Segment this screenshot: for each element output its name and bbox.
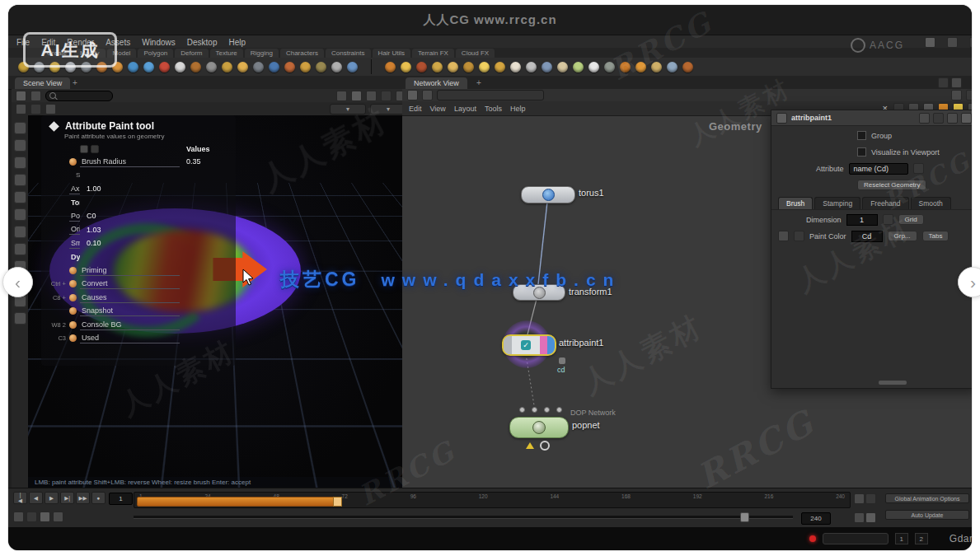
tab-network-view[interactable]: Network View <box>406 77 467 89</box>
handles-tool-icon[interactable] <box>14 208 26 221</box>
node-transform1[interactable] <box>513 284 565 301</box>
visualize-checkbox[interactable] <box>857 147 866 157</box>
hud-parameter-row[interactable]: C8 + Causes <box>48 291 229 305</box>
timeline-options-icon[interactable] <box>865 493 876 504</box>
transport-button[interactable]: ▶▶ <box>76 492 90 504</box>
shelf-tool-icon[interactable] <box>159 62 170 72</box>
shelf-tool-icon[interactable] <box>495 62 505 72</box>
chevron-down-icon[interactable] <box>913 163 924 174</box>
nav-back-icon[interactable] <box>407 90 418 100</box>
hud-parameter-row[interactable]: Priming <box>48 264 229 278</box>
slider-handle[interactable] <box>740 512 749 522</box>
secure-selection-icon[interactable] <box>30 104 41 114</box>
attribute-select[interactable]: name (Cd) <box>849 163 908 175</box>
group-checkbox[interactable] <box>857 131 866 140</box>
shelf-tool-icon[interactable] <box>416 62 427 72</box>
scale-tool-icon[interactable] <box>14 174 26 186</box>
parameter-tab[interactable]: Brush <box>778 197 813 209</box>
display-flag[interactable] <box>540 336 547 354</box>
shelf-tool-icon[interactable] <box>401 62 411 72</box>
shelf-tool-icon[interactable] <box>557 62 568 72</box>
display-options-icon[interactable] <box>381 91 392 101</box>
range-lock-icon[interactable] <box>854 512 865 523</box>
timeline-zoom-icon[interactable] <box>854 493 865 504</box>
node-label-transform1[interactable]: transform1 <box>569 287 612 297</box>
shelf-tool-icon[interactable] <box>573 62 584 72</box>
status-field-1[interactable]: 1 <box>895 533 908 544</box>
misc-tool-icon[interactable] <box>14 312 26 325</box>
current-frame-field[interactable]: 1 <box>109 493 133 505</box>
hud-parameter-row[interactable]: Snapshot <box>48 305 229 319</box>
transport-button[interactable]: ● <box>91 492 106 504</box>
ladder-icon[interactable] <box>778 231 789 241</box>
network-menu-item[interactable]: Tools <box>485 105 502 113</box>
snap-tool-icon[interactable] <box>14 243 26 255</box>
network-menu-item[interactable]: Layout <box>454 105 476 113</box>
shelf-tool-icon[interactable] <box>463 62 474 72</box>
select-mode-icon[interactable] <box>16 104 26 114</box>
menu-item[interactable]: Help <box>228 38 246 47</box>
shelf-tool-icon[interactable] <box>331 62 342 72</box>
pin-icon[interactable] <box>933 113 944 124</box>
dimension-field[interactable]: 1 <box>846 214 878 226</box>
node-label-popnet[interactable]: popnet <box>572 420 600 430</box>
hud-parameter-row[interactable]: Orientation (N) 1.03 <box>48 223 229 237</box>
node-popnet[interactable] <box>509 417 569 438</box>
hud-parameter-row[interactable]: Position C0 <box>48 209 229 223</box>
playback-range-bar[interactable] <box>137 497 342 507</box>
range-end-handle[interactable] <box>333 497 342 507</box>
filter-icon[interactable] <box>966 90 972 100</box>
shelf-tool-icon[interactable] <box>667 62 678 72</box>
transport-button[interactable]: ▶ <box>45 492 59 504</box>
shelf-tool-icon[interactable] <box>510 62 521 72</box>
record-icon[interactable] <box>13 512 24 522</box>
range-menu-icon[interactable] <box>865 512 876 523</box>
menubar-icon[interactable] <box>947 37 958 48</box>
new-pane-tab-button[interactable]: + <box>73 78 77 87</box>
nav-forward-icon[interactable] <box>422 90 433 100</box>
shelf-tool-icon[interactable] <box>128 62 138 72</box>
gear-icon[interactable] <box>961 113 972 124</box>
node-info-icon[interactable] <box>559 357 565 364</box>
hud-parameter-row[interactable]: Ctrl + Convert <box>48 278 229 292</box>
hud-parameter-row[interactable]: W8 2 Console BG <box>48 318 229 332</box>
scope-icon[interactable] <box>40 512 50 522</box>
shading-icon[interactable] <box>366 91 377 101</box>
transport-button[interactable]: ◀ <box>29 492 43 504</box>
hud-parameter-row[interactable]: Tone / Orbit <box>48 196 229 210</box>
grid-button[interactable]: Grid <box>898 214 924 225</box>
status-field-2[interactable]: 2 <box>915 533 928 544</box>
menubar-icon[interactable] <box>969 37 972 48</box>
key-icon[interactable] <box>26 512 37 522</box>
rotate-tool-icon[interactable] <box>14 157 26 169</box>
parameter-value[interactable]: 0.10 <box>80 239 180 247</box>
shelf-tab[interactable]: Rigging <box>245 49 279 58</box>
shelf-tool-icon[interactable] <box>190 62 201 72</box>
layout-icon[interactable] <box>396 91 402 101</box>
visibility-icon[interactable] <box>45 104 56 114</box>
hud-parameter-row[interactable]: Brush Radius 0.35 <box>48 155 229 169</box>
hud-parameter-row[interactable]: Swirl (Brush key) <box>48 169 229 183</box>
shelf-tool-icon[interactable] <box>542 62 552 72</box>
transport-button[interactable]: |◀ <box>13 492 27 504</box>
range-slider[interactable] <box>134 512 793 521</box>
snap-icon[interactable] <box>336 91 347 101</box>
select-tool-icon[interactable] <box>14 122 26 134</box>
shelf-tool-icon[interactable] <box>300 62 311 72</box>
hud-mode-icon[interactable] <box>80 145 88 153</box>
shelf-tool-icon[interactable] <box>620 62 631 72</box>
pin-icon[interactable] <box>951 90 962 100</box>
paint-color-field[interactable]: Cd <box>851 231 883 242</box>
shelf-tool-icon[interactable] <box>284 62 295 72</box>
shelf-tab[interactable]: Cloud FX <box>456 49 495 58</box>
transport-button[interactable]: ▶| <box>60 492 74 504</box>
timeline-track[interactable]: 124487296120144168192216240 <box>134 492 851 508</box>
node-label-attribpaint1[interactable]: attribpaint1 <box>559 338 603 348</box>
shelf-tool-icon[interactable] <box>385 62 396 72</box>
shelf-tool-icon[interactable] <box>448 62 458 72</box>
shelf-tool-icon[interactable] <box>651 62 662 72</box>
network-menu-item[interactable]: Help <box>510 105 526 113</box>
pane-menu-icon[interactable] <box>938 77 949 88</box>
hud-mode-icon[interactable] <box>91 145 99 153</box>
parameter-tab[interactable]: Stamping <box>814 197 860 209</box>
